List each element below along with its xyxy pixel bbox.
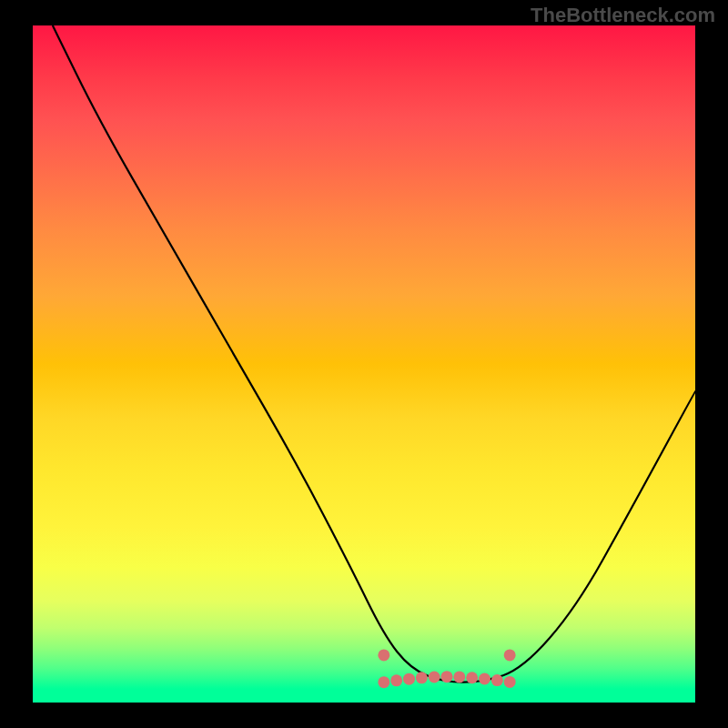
dot-marker xyxy=(416,672,428,683)
dot-marker xyxy=(390,674,402,686)
dot-marker xyxy=(453,671,465,682)
dot-marker xyxy=(403,673,415,685)
dot-marker xyxy=(441,671,453,682)
dot-marker xyxy=(378,649,389,661)
watermark-text: TheBottleneck.com xyxy=(531,4,715,27)
dot-marker xyxy=(504,676,516,688)
dot-marker xyxy=(504,649,516,661)
dot-marker xyxy=(378,676,389,688)
dot-marker xyxy=(479,672,490,684)
bottleneck-curve-line xyxy=(53,25,695,682)
curve-svg xyxy=(33,25,695,703)
dot-marker xyxy=(429,672,440,683)
dot-marker xyxy=(491,674,503,686)
dot-marker xyxy=(466,672,478,683)
plot-area xyxy=(33,25,695,703)
